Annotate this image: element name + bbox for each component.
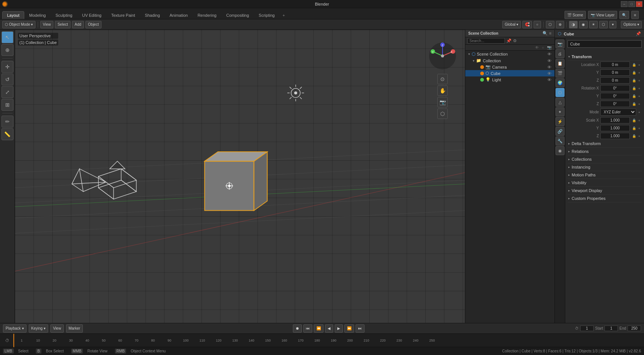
outliner-cube[interactable]: ⬡ Cube 👁 [465, 70, 554, 76]
tab-shading[interactable]: Shading [140, 11, 165, 19]
relations-header[interactable]: ▸ Relations [568, 148, 642, 155]
outliner-sync-icon[interactable]: 📌 [506, 38, 512, 43]
outliner-camera[interactable]: 📷 Camera 👁 [465, 64, 554, 70]
perspective-toggle-button[interactable]: ⬡ [437, 109, 448, 119]
nav-gizmo-area[interactable]: X Y Z ⊙ ✋ 📷 ⬡ [428, 41, 457, 119]
object-name-input[interactable] [568, 40, 642, 48]
annotate-button[interactable]: ✏ [1, 116, 13, 128]
cam-eye[interactable]: 👁 [547, 65, 551, 69]
keying-menu[interactable]: Keying ▾ [29, 324, 49, 333]
viewport-shading-wireframe[interactable]: ⬡ [599, 21, 608, 28]
props-tab-scene[interactable]: 🎬 [556, 69, 565, 78]
scale-z-field[interactable]: 1.000 [600, 133, 630, 139]
location-x-dot[interactable]: ● [638, 63, 640, 67]
tab-animation[interactable]: Animation [165, 11, 193, 19]
pan-view-button[interactable]: ✋ [437, 85, 448, 96]
scale-z-dot[interactable]: ● [638, 134, 640, 138]
location-x-field[interactable]: 0 m [600, 62, 630, 68]
motion-paths-header[interactable]: ▸ Motion Paths [568, 171, 642, 179]
step-forward-button[interactable]: ⏩ [344, 324, 354, 333]
select-tool-button[interactable]: ↖ [1, 31, 13, 43]
add-menu[interactable]: Add [72, 21, 84, 28]
scene-selector[interactable]: 🎬 Scene [565, 11, 586, 19]
location-y-dot[interactable]: ● [638, 71, 640, 75]
rotation-x-field[interactable]: 0° [600, 85, 630, 91]
scale-x-dot[interactable]: ● [638, 119, 640, 122]
play-reverse-button[interactable]: ◀ [325, 324, 333, 333]
viewport-shading-rendered[interactable]: ☀ [589, 21, 598, 28]
tab-rendering[interactable]: Rendering [193, 11, 221, 19]
rotation-z-lock[interactable]: 🔒 [632, 102, 636, 106]
coll-eye[interactable]: 👁 [547, 59, 551, 63]
props-tab-world[interactable]: 🌍 [556, 78, 565, 87]
gizmo-toggle[interactable]: ⊕ [556, 21, 564, 28]
rotation-y-dot[interactable]: ● [638, 94, 640, 98]
scale-y-dot[interactable]: ● [638, 126, 640, 130]
outliner-filter-icon[interactable]: 🔍 [543, 31, 548, 36]
rotation-mode-dot[interactable]: ● [638, 110, 640, 114]
location-y-lock[interactable]: 🔒 [632, 71, 636, 75]
maximize-button[interactable]: □ [628, 1, 635, 7]
object-menu[interactable]: Object [85, 21, 101, 28]
jump-start-button[interactable]: ⏮ [303, 324, 312, 333]
outliner-search-input[interactable] [468, 38, 505, 44]
instancing-header[interactable]: ▸ Instancing [568, 163, 642, 171]
viewport-shading-solid[interactable]: ◑ [569, 21, 578, 28]
close-button[interactable]: ✕ [636, 1, 643, 7]
cube-eye[interactable]: 👁 [547, 71, 551, 76]
tab-compositing[interactable]: Compositing [221, 11, 254, 19]
transform-tool-button[interactable]: ⊞ [1, 99, 13, 111]
outliner-collection[interactable]: ▾ 📁 Collection 👁 [465, 57, 554, 64]
viewport-shading-options[interactable]: ▾ [609, 21, 616, 28]
scale-z-lock[interactable]: 🔒 [632, 134, 636, 138]
rotation-x-lock[interactable]: 🔒 [632, 87, 636, 90]
rotation-y-field[interactable]: 0° [600, 93, 630, 99]
props-tab-material[interactable]: ◉ [556, 146, 565, 155]
view-menu[interactable]: View [50, 324, 64, 333]
navigation-gizmo[interactable]: X Y Z [428, 41, 457, 71]
props-tab-physics[interactable]: ⚡ [556, 117, 565, 126]
minimize-button[interactable]: – [621, 1, 628, 7]
viewport-settings[interactable]: Global ▾ [502, 21, 521, 28]
rotate-tool-button[interactable]: ↺ [1, 73, 13, 85]
view-layer-selector[interactable]: 📷 View Layer [588, 11, 617, 19]
props-tab-mesh[interactable]: △ [556, 98, 565, 107]
props-pin-icon[interactable]: 📌 [636, 31, 641, 36]
rotation-y-lock[interactable]: 🔒 [632, 94, 636, 98]
proportional-edit[interactable]: ○ [534, 21, 541, 28]
search-button[interactable]: 🔍 [619, 11, 629, 19]
options-button[interactable]: Options ▾ [621, 21, 642, 28]
select-menu[interactable]: Select [55, 21, 71, 28]
location-z-dot[interactable]: ● [638, 79, 640, 82]
tab-uv-editing[interactable]: UV Editing [77, 11, 106, 19]
tab-scripting[interactable]: Scripting [254, 11, 279, 19]
move-tool-button[interactable]: ✛ [1, 61, 13, 73]
scene-coll-eye[interactable]: 👁 [547, 52, 551, 56]
props-tab-render[interactable]: 📷 [556, 40, 565, 48]
transform-header[interactable]: ▾ Transform [568, 53, 642, 61]
visibility-header[interactable]: ▸ Visibility [568, 179, 642, 187]
view-menu[interactable]: View [40, 21, 54, 28]
timeline-bar[interactable]: ⏱ 1 10 20 30 40 50 60 70 80 90 100 110 [0, 333, 644, 347]
zoom-extents-button[interactable]: ⊙ [437, 74, 448, 84]
scale-y-lock[interactable]: 🔒 [632, 126, 636, 130]
end-frame-input[interactable] [628, 326, 641, 331]
tab-modeling[interactable]: Modeling [24, 11, 51, 19]
marker-menu[interactable]: Marker [66, 324, 83, 333]
start-frame-input[interactable] [604, 326, 618, 331]
props-tab-object[interactable]: ⬡ [556, 88, 565, 97]
props-tab-view-layer[interactable]: 📋 [556, 59, 565, 68]
tab-texture-paint[interactable]: Texture Paint [106, 11, 140, 19]
scale-x-field[interactable]: 1.000 [600, 117, 630, 123]
scale-x-lock[interactable]: 🔒 [632, 119, 636, 122]
viewport-shading-material[interactable]: ◉ [579, 21, 588, 28]
props-tab-modifiers[interactable]: 🔧 [556, 136, 565, 145]
outliner-options-icon[interactable]: ⚙ [513, 38, 517, 43]
mode-dropdown[interactable]: ⬡ Object Mode ▾ [2, 21, 35, 28]
props-tab-output[interactable]: 🖨 [556, 49, 565, 58]
viewport[interactable]: User Perspective (1) Collection | Cube X… [15, 30, 465, 323]
props-tab-particles[interactable]: ✦ [556, 107, 565, 116]
rotation-z-dot[interactable]: ● [638, 102, 640, 106]
step-back-button[interactable]: ⏪ [314, 324, 323, 333]
tab-sculpting[interactable]: Sculpting [51, 11, 77, 19]
